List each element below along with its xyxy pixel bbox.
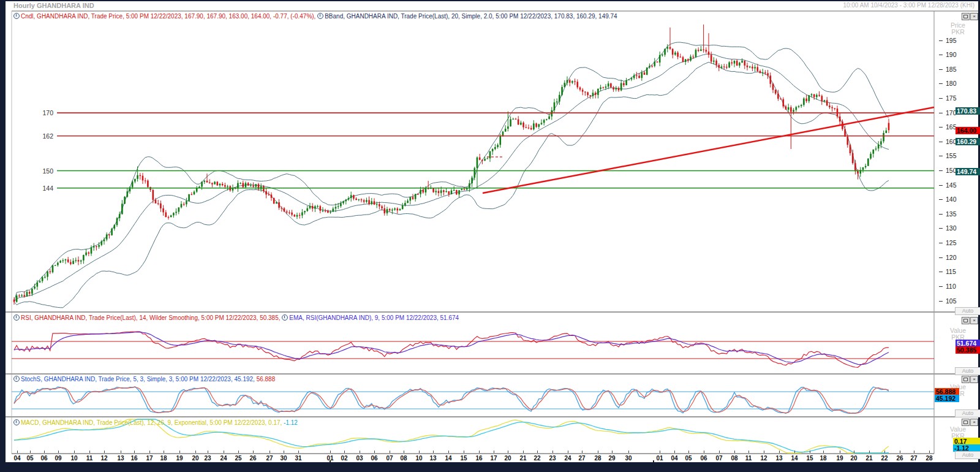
- legend-text: 56.888: [257, 376, 276, 383]
- clock-icon: [13, 13, 20, 19]
- clock-icon: [13, 419, 20, 425]
- clock-icon: [282, 314, 288, 321]
- price-axis-unit: PKR: [938, 28, 978, 36]
- stoch-panel-icons: ×: [961, 376, 978, 387]
- rsi-axis-unit: PKR: [938, 333, 978, 341]
- stoch-auto-scale-button[interactable]: Auto: [955, 409, 980, 417]
- main-auto-scale-button[interactable]: Auto: [955, 307, 980, 315]
- legend-text: BBand, GHANDHARA IND, Trade Price(Last),…: [325, 13, 617, 20]
- legend-text: MACD, GHANDHARA IND, Trade Price(Last), …: [21, 419, 284, 426]
- rsi-auto-scale-button[interactable]: Auto: [955, 367, 980, 375]
- clock-icon: [13, 376, 20, 382]
- main-legend: Cndl, GHANDHARA IND, Trade Price, 5:00 P…: [13, 13, 617, 20]
- close-icon[interactable]: ×: [970, 13, 978, 20]
- legend-text: Cndl, GHANDHARA IND, Trade Price, 5:00 P…: [21, 13, 317, 20]
- legend-text: EMA, RSI(GHANDHARA IND), 9, 5:00 PM 12/2…: [289, 314, 459, 321]
- macd-legend: MACD, GHANDHARA IND, Trade Price(Last), …: [13, 419, 298, 426]
- rsi-legend: RSI, GHANDHARA IND, Trade Price(Last), 1…: [13, 314, 459, 321]
- legend-text: StochS, GHANDHARA IND, Trade Price, 5, 3…: [21, 376, 257, 383]
- main-panel-icons: ×: [961, 13, 978, 24]
- chart-canvas: [6, 1, 978, 467]
- clock-icon: [317, 13, 323, 19]
- rsi-panel-icons: ×: [961, 317, 978, 328]
- close-icon[interactable]: ×: [970, 419, 978, 426]
- stoch-axis-unit: PKR: [938, 390, 978, 397]
- macd-axis-unit: PKR: [938, 432, 978, 440]
- clock-icon: [13, 314, 20, 321]
- macd-auto-scale-button[interactable]: Auto: [955, 451, 980, 459]
- chart-window: Hourly GHANDHARA IND 10:00 AM 10/4/2023 …: [6, 1, 978, 467]
- macd-panel-icons: ×: [961, 419, 978, 430]
- close-icon[interactable]: ×: [970, 317, 978, 324]
- restore-icon[interactable]: [962, 317, 970, 324]
- close-icon[interactable]: ×: [970, 376, 978, 383]
- bottom-frame-bar: [6, 462, 978, 467]
- legend-text: RSI, GHANDHARA IND, Trade Price(Last), 1…: [21, 314, 282, 321]
- restore-icon[interactable]: [962, 419, 970, 426]
- legend-text: -1.12: [284, 419, 298, 426]
- stoch-legend: StochS, GHANDHARA IND, Trade Price, 5, 3…: [13, 376, 275, 383]
- restore-icon[interactable]: [962, 376, 970, 383]
- restore-icon[interactable]: [962, 13, 970, 20]
